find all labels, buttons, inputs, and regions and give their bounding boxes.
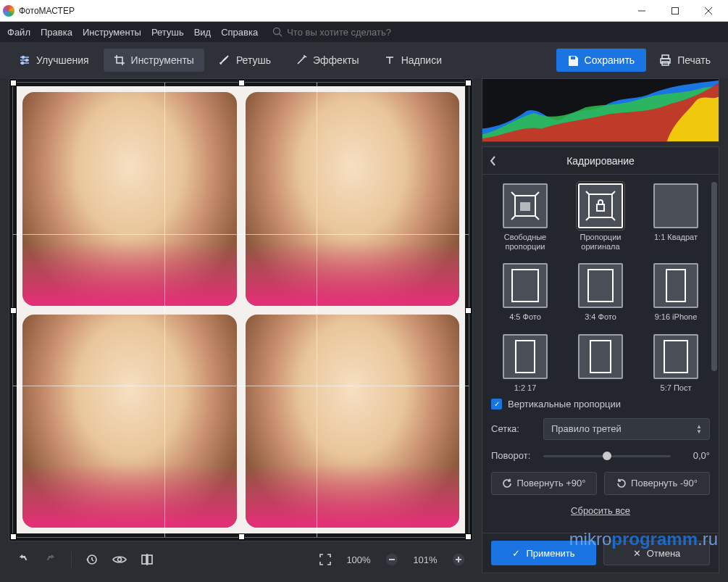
preset-label: 1:1 Квадрат	[654, 233, 698, 242]
menu-edit[interactable]: Правка	[41, 27, 72, 38]
rotate-cw-icon	[502, 478, 512, 489]
canvas-footer: 100% 101%	[9, 541, 473, 573]
window-titlebar: ФотоМАСТЕР	[0, 0, 728, 22]
svg-rect-26	[521, 203, 530, 210]
maximize-button[interactable]	[658, 0, 692, 22]
stepper-arrows-icon: ▲▼	[696, 424, 702, 434]
print-label: Печать	[677, 54, 711, 66]
save-button[interactable]: Сохранить	[556, 49, 647, 72]
menu-help[interactable]: Справка	[221, 27, 258, 38]
fit-screen-button[interactable]	[315, 549, 335, 570]
crop-handle[interactable]	[465, 307, 472, 314]
checkbox-checked-icon: ✓	[491, 399, 502, 410]
crop-handle[interactable]	[10, 80, 17, 86]
zoom-out-button[interactable]	[382, 549, 402, 570]
menubar: Файл Правка Инструменты Ретушь Вид Справ…	[0, 22, 728, 42]
crop-handle[interactable]	[238, 80, 245, 86]
crop-handle[interactable]	[465, 80, 472, 86]
panel-back-button[interactable]	[490, 156, 497, 166]
app-logo-icon	[3, 5, 14, 17]
grid-line	[13, 234, 469, 235]
zoom-value: 101%	[409, 554, 441, 565]
svg-point-10	[26, 59, 28, 62]
preset-9-16[interactable]: 9:16 iPhone	[642, 263, 710, 322]
svg-rect-27	[589, 194, 612, 217]
preset-label: 4:5 Фото	[509, 312, 541, 322]
canvas-area[interactable]	[9, 78, 473, 541]
svg-rect-28	[597, 204, 604, 211]
preview-button[interactable]	[109, 549, 130, 570]
undo-button[interactable]	[13, 549, 33, 570]
button-label: Отмена	[647, 548, 681, 559]
cancel-button[interactable]: ✕ Отмена	[603, 541, 710, 565]
text-icon	[384, 54, 396, 66]
tool-tabbar: Улучшения Инструменты Ретушь Эффекты Над…	[0, 42, 728, 78]
vertical-proportions-checkbox[interactable]: ✓ Вертикальные пропорции	[491, 399, 710, 410]
tab-tools[interactable]: Инструменты	[104, 49, 204, 72]
tab-label: Надписи	[401, 54, 442, 66]
tab-retouch[interactable]: Ретушь	[209, 49, 281, 72]
svg-point-9	[22, 57, 25, 59]
checkbox-label: Вертикальные пропорции	[508, 399, 621, 410]
rotate-ccw-button[interactable]: Повернуть -90°	[604, 472, 710, 495]
preset-3-4[interactable]: 3:4 Фото	[566, 263, 635, 322]
panel-title: Кадрирование	[566, 155, 635, 167]
grid-select-value: Правило третей	[551, 423, 622, 434]
svg-point-16	[118, 558, 122, 562]
menu-search-input[interactable]	[287, 27, 417, 38]
svg-point-11	[22, 62, 24, 65]
svg-rect-1	[672, 7, 679, 14]
printer-icon	[659, 54, 671, 67]
crop-handle[interactable]	[10, 533, 17, 540]
preset-label: 9:16 iPhone	[655, 312, 698, 322]
rotate-slider[interactable]	[543, 450, 671, 462]
tab-label: Улучшения	[36, 54, 89, 66]
redo-button[interactable]	[41, 549, 61, 570]
fit-zoom-value: 100%	[343, 554, 375, 565]
preset-free[interactable]: Свободные пропорции	[491, 183, 559, 251]
tab-label: Ретушь	[236, 54, 271, 66]
menu-view[interactable]: Вид	[194, 27, 212, 38]
panel-scrollbar[interactable]	[711, 182, 717, 525]
crop-frame[interactable]	[12, 82, 469, 538]
histogram	[482, 78, 719, 142]
preset-label: Пропорции оригинала	[566, 233, 635, 251]
menu-tools[interactable]: Инструменты	[83, 27, 141, 38]
minimize-button[interactable]	[625, 0, 658, 22]
crop-handle[interactable]	[465, 533, 472, 540]
grid-line	[13, 386, 469, 386]
zoom-in-button[interactable]	[448, 549, 469, 570]
rotate-ccw-icon	[616, 478, 627, 489]
crop-handle[interactable]	[238, 533, 245, 540]
menu-retouch[interactable]: Ретушь	[151, 27, 184, 38]
floppy-icon	[568, 55, 579, 66]
tab-effects[interactable]: Эффекты	[285, 49, 369, 72]
apply-button[interactable]: ✓ Применить	[491, 541, 596, 565]
crop-icon	[114, 54, 125, 66]
reset-all-link[interactable]: Сбросить все	[491, 505, 710, 516]
compare-button[interactable]	[137, 549, 157, 570]
preset-4-5[interactable]: 4:5 Фото	[491, 263, 559, 322]
grid-select[interactable]: Правило третей ▲▼	[543, 418, 710, 440]
history-button[interactable]	[82, 549, 102, 570]
preset-square[interactable]: 1:1 Квадрат	[642, 183, 710, 251]
preset-5-7[interactable]: 5:7 Пост	[642, 334, 710, 393]
tab-text[interactable]: Надписи	[374, 49, 452, 72]
preset-label: 1:2 17	[514, 383, 537, 393]
svg-point-4	[274, 28, 280, 35]
tab-enhance[interactable]: Улучшения	[9, 49, 99, 72]
save-label: Сохранить	[585, 54, 635, 66]
preset-1-2[interactable]: 1:2 17	[491, 334, 559, 393]
rotate-cw-button[interactable]: Повернуть +90°	[491, 472, 597, 495]
print-button[interactable]: Печать	[650, 49, 719, 72]
tab-label: Эффекты	[313, 54, 359, 66]
preset-extra[interactable]	[566, 334, 635, 393]
button-label: Повернуть -90°	[631, 478, 698, 489]
grid-label: Сетка:	[491, 423, 536, 434]
x-icon: ✕	[633, 548, 641, 559]
brush-icon	[219, 54, 230, 66]
menu-file[interactable]: Файл	[7, 27, 30, 38]
crop-handle[interactable]	[10, 307, 17, 314]
close-button[interactable]	[692, 0, 725, 22]
preset-original[interactable]: Пропорции оригинала	[566, 183, 635, 251]
